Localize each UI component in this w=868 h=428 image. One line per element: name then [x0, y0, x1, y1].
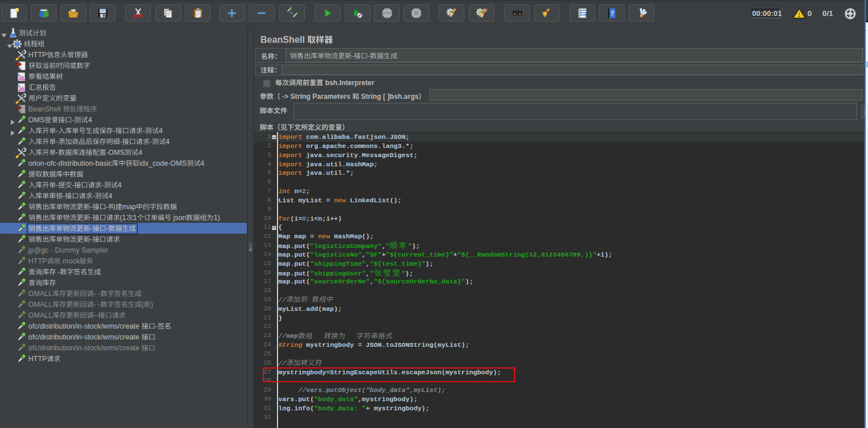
svg-text:?: ?: [610, 9, 614, 17]
svg-text:STOP: STOP: [383, 11, 391, 15]
